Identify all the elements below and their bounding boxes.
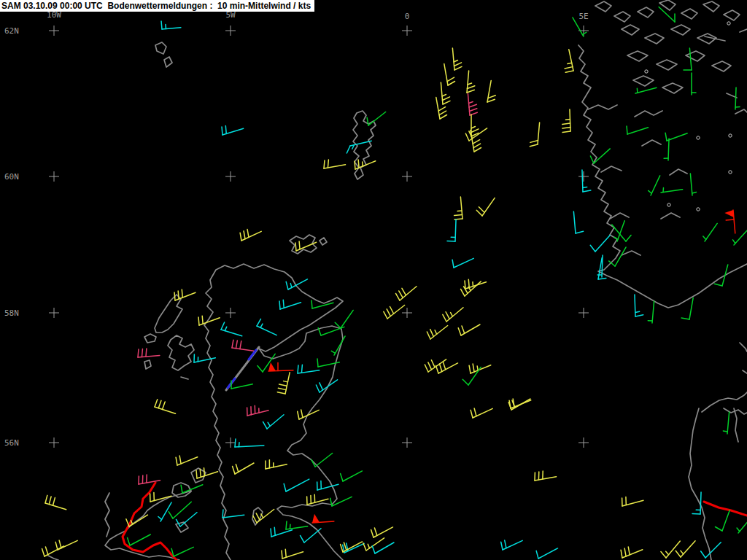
wind-barb (612, 225, 631, 241)
coastline (633, 76, 654, 86)
coastline (661, 213, 680, 219)
latitude-label: 60N (4, 172, 19, 182)
grid-cross (49, 26, 59, 36)
wind-barb (487, 80, 495, 102)
coastline (595, 1, 611, 12)
wind-barb (286, 521, 308, 529)
wind-barb (465, 279, 486, 289)
wind-barb (436, 362, 458, 373)
coastline (614, 12, 630, 22)
wind-barb (590, 236, 610, 252)
wind-barb (452, 258, 473, 268)
grid-cross (402, 308, 412, 318)
grid-cross (225, 438, 236, 448)
latitude-label: 56N (4, 438, 19, 448)
coastline (642, 140, 661, 146)
grid-cross (578, 438, 589, 448)
grid-cross (578, 171, 589, 182)
coastline (743, 370, 747, 373)
wind-barb (648, 301, 654, 323)
wind-barb (233, 463, 254, 474)
coastline (645, 34, 664, 44)
wind-barb (476, 198, 495, 216)
wind-barb (703, 223, 717, 241)
wind-barb (649, 176, 660, 195)
wind-barb (535, 471, 557, 481)
wind-barb (443, 308, 463, 322)
title-bar: SAM 03.10.09 00:00 UTC Bodenwettermeldun… (0, 0, 314, 12)
wind-barb (263, 415, 284, 429)
wind-barb (298, 365, 320, 373)
coastline (601, 166, 622, 172)
wind-barb (661, 541, 680, 558)
wind-barb (279, 300, 301, 309)
calm-station-icon (645, 70, 648, 73)
coastline (610, 213, 629, 219)
calm-station-icon (729, 171, 732, 174)
wind-barb (371, 527, 393, 537)
wind-barb (427, 326, 447, 339)
coastline (671, 25, 690, 35)
wind-barb (471, 408, 492, 418)
calm-station-icon (667, 203, 670, 206)
wind-barb (471, 114, 479, 136)
coastline (657, 60, 677, 70)
wind-barb (468, 93, 477, 115)
wind-barb (282, 549, 303, 559)
grid-cross (225, 308, 236, 318)
wind-barb (284, 479, 309, 491)
coastline (686, 51, 705, 61)
wind-barb (467, 71, 475, 93)
wind-barb (461, 281, 481, 296)
coastline (622, 251, 640, 255)
coastline (105, 493, 109, 537)
coastline (204, 264, 343, 560)
wind-barb (128, 534, 151, 545)
wind-barb (257, 319, 276, 335)
wind-barb (355, 160, 376, 169)
wind-barb (317, 481, 338, 490)
grid-cross (402, 438, 412, 448)
wind-barb (692, 73, 696, 95)
coastline (703, 1, 719, 12)
front-line-blue-dash (249, 350, 256, 359)
coastline (320, 238, 327, 245)
wind-barb (735, 88, 740, 109)
wind-barb (169, 502, 191, 518)
wind-barb (715, 510, 729, 531)
wind-barb (454, 197, 462, 219)
wind-barb (316, 380, 337, 392)
wind-barb (177, 513, 197, 526)
coastline (144, 334, 156, 343)
wind-barb (232, 340, 254, 351)
coastline (724, 10, 740, 20)
grid-cross (225, 171, 236, 182)
wind-barb (301, 529, 321, 542)
longitude-label: 5E (578, 12, 588, 21)
coastline (734, 408, 738, 442)
coastline (681, 9, 697, 19)
coastline (638, 7, 654, 18)
coastline (155, 42, 166, 54)
wind-barb (562, 109, 570, 133)
coastline (740, 343, 747, 351)
calm-station-icon (729, 134, 732, 137)
wind-barb (235, 439, 264, 447)
wind-barb (150, 493, 171, 502)
grid-cross (402, 171, 412, 182)
wind-barb (690, 174, 696, 195)
wind-barb (253, 510, 274, 523)
coastline (712, 61, 731, 71)
coastline (155, 295, 182, 332)
wind-barb (298, 410, 319, 419)
grid-cross (49, 438, 59, 448)
wind-barb (501, 540, 522, 550)
coastline (689, 408, 711, 560)
coastline (578, 45, 747, 308)
coastline (144, 360, 151, 369)
grid-cross (578, 308, 589, 318)
wind-barb (573, 211, 583, 233)
coastline (740, 29, 747, 32)
wind-barb (312, 514, 334, 523)
wind-barb (161, 21, 181, 29)
